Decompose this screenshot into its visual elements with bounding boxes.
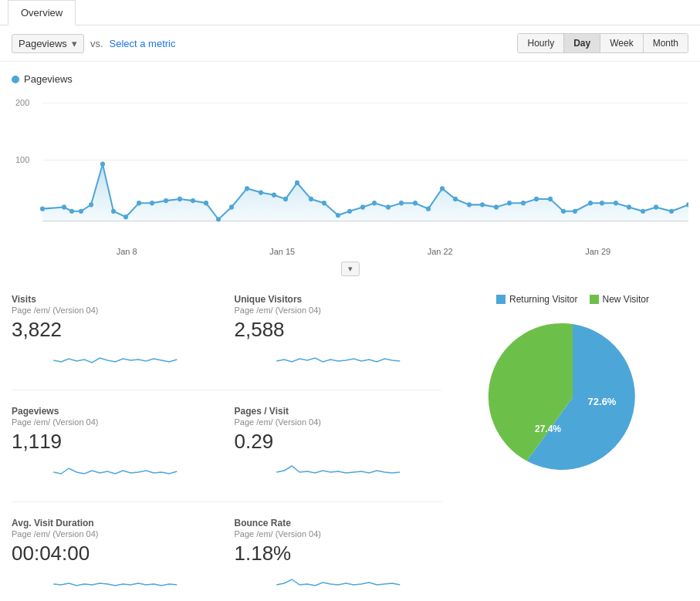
svg-point-38 (453, 197, 458, 201)
stat-sub-unique: Page /em/ (Version 04) (235, 306, 442, 315)
new-pct-label: 27.4% (535, 424, 561, 434)
svg-point-22 (245, 186, 249, 191)
svg-point-54 (669, 209, 674, 214)
pie-chart: 72.6% 27.4% (488, 312, 658, 482)
content-area: Visits Page /em/ (Version 04) 3,822 Uniq… (0, 282, 700, 601)
x-axis-dropdown: ▾ (12, 260, 688, 282)
svg-point-26 (295, 181, 299, 185)
metric-label: Pageviews (19, 38, 67, 49)
svg-point-34 (399, 201, 404, 205)
returning-pct-label: 72.6% (588, 396, 617, 407)
stat-label-unique: Unique Visitors (235, 294, 442, 305)
svg-point-16 (164, 198, 168, 203)
svg-point-42 (507, 201, 512, 205)
svg-point-14 (137, 201, 141, 205)
select-metric-link[interactable]: Select a metric (110, 38, 176, 49)
sparkline-pages-visit (235, 457, 442, 484)
svg-point-40 (480, 202, 485, 207)
svg-point-45 (548, 197, 553, 201)
time-btn-week[interactable]: Week (600, 34, 643, 52)
svg-point-8 (69, 209, 74, 214)
returning-label: Returning Visitor (509, 294, 578, 305)
divider-1 (12, 390, 441, 390)
time-btn-month[interactable]: Month (644, 34, 688, 52)
pie-legend-new: New Visitor (590, 294, 649, 305)
stat-label-pageviews: Pageviews (12, 406, 219, 417)
stats-row-1: Visits Page /em/ (Version 04) 3,822 Uniq… (12, 294, 441, 374)
x-label-jan8: Jan 8 (117, 247, 137, 256)
stat-label-duration: Avg. Visit Duration (12, 518, 219, 528)
metric-dropdown[interactable]: Pageviews ▾ (12, 34, 84, 53)
stat-label-visits: Visits (12, 294, 219, 305)
svg-point-20 (216, 217, 221, 221)
stat-value-unique: 2,588 (235, 318, 442, 342)
svg-point-51 (627, 204, 631, 209)
time-buttons: Hourly Day Week Month (517, 33, 688, 53)
svg-point-47 (573, 209, 577, 214)
svg-point-21 (229, 204, 234, 209)
chart-section: Pageviews 200 100 (0, 62, 700, 282)
svg-text:200: 200 (15, 98, 29, 107)
svg-point-52 (641, 209, 645, 214)
svg-point-53 (654, 204, 658, 209)
pie-section: Returning Visitor New Visitor 72.6% (457, 294, 688, 601)
stat-card-duration: Avg. Visit Duration Page /em/ (Version 0… (12, 518, 219, 598)
stat-sub-duration: Page /em/ (Version 04) (12, 529, 219, 539)
stat-card-visits: Visits Page /em/ (Version 04) 3,822 (12, 294, 219, 374)
stats-row-3: Avg. Visit Duration Page /em/ (Version 0… (12, 518, 441, 598)
svg-point-41 (494, 204, 499, 209)
svg-point-33 (386, 204, 391, 209)
svg-point-10 (89, 202, 93, 207)
svg-point-39 (467, 202, 472, 207)
svg-point-13 (123, 214, 128, 219)
svg-point-48 (588, 201, 593, 205)
line-chart: 200 100 (12, 91, 688, 245)
tab-bar: Overview (0, 0, 700, 25)
svg-point-11 (100, 162, 105, 167)
x-axis-expand-btn[interactable]: ▾ (341, 262, 360, 276)
svg-point-24 (272, 193, 276, 198)
stat-card-bounce: Bounce Rate Page /em/ (Version 04) 1.18% (235, 518, 442, 598)
svg-point-28 (322, 201, 326, 205)
stat-value-pageviews: 1,119 (12, 430, 219, 454)
dropdown-arrow-icon: ▾ (72, 38, 77, 49)
time-btn-hourly[interactable]: Hourly (518, 34, 564, 52)
chart-legend-label: Pageviews (24, 73, 73, 85)
stats-grid: Visits Page /em/ (Version 04) 3,822 Uniq… (12, 294, 441, 601)
stat-value-duration: 00:04:00 (12, 542, 219, 566)
svg-point-18 (191, 198, 195, 203)
svg-point-27 (309, 197, 313, 201)
tab-overview[interactable]: Overview (8, 0, 76, 25)
svg-text:100: 100 (15, 154, 29, 164)
toolbar-left: Pageviews ▾ vs. Select a metric (12, 34, 175, 53)
svg-point-46 (561, 209, 566, 214)
svg-point-19 (204, 201, 208, 205)
svg-point-44 (534, 197, 539, 201)
stat-card-unique: Unique Visitors Page /em/ (Version 04) 2… (235, 294, 442, 374)
pie-legend-returning: Returning Visitor (496, 294, 578, 305)
svg-point-30 (347, 209, 352, 214)
stat-sub-pageviews: Page /em/ (Version 04) (12, 417, 219, 427)
time-btn-day[interactable]: Day (564, 34, 600, 52)
x-label-jan15: Jan 15 (269, 247, 295, 256)
svg-point-35 (413, 201, 418, 205)
stat-label-bounce: Bounce Rate (235, 518, 442, 528)
svg-point-7 (62, 204, 66, 209)
divider-2 (12, 501, 441, 502)
stat-value-bounce: 1.18% (235, 542, 442, 566)
svg-point-29 (336, 213, 340, 218)
svg-point-32 (372, 201, 377, 205)
sparkline-duration (12, 569, 219, 596)
svg-marker-5 (42, 164, 688, 221)
chart-container: 200 100 (12, 91, 688, 245)
returning-color-box (496, 295, 506, 304)
stat-value-pages-visit: 0.29 (235, 430, 442, 454)
svg-point-25 (283, 197, 288, 201)
x-label-jan29: Jan 29 (585, 247, 610, 256)
pie-legend: Returning Visitor New Visitor (457, 294, 688, 305)
svg-point-43 (521, 201, 526, 205)
svg-point-15 (150, 201, 154, 205)
new-visitor-label: New Visitor (603, 294, 649, 305)
stat-sub-bounce: Page /em/ (Version 04) (235, 529, 442, 539)
sparkline-visits (12, 345, 219, 372)
